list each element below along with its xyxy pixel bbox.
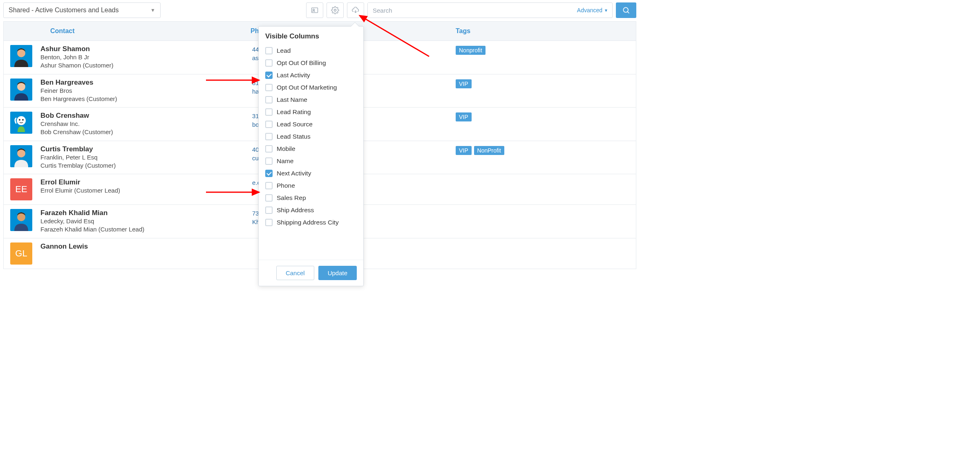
column-option[interactable]: Phone bbox=[265, 180, 357, 192]
tags-cell bbox=[456, 209, 629, 210]
contact-cell: Curtis Tremblay Franklin, Peter L Esq Cu… bbox=[40, 145, 244, 170]
column-option[interactable]: Sales Rep bbox=[265, 192, 357, 204]
contact-name: Curtis Tremblay bbox=[40, 145, 244, 153]
contact-sub1: Ledecky, David Esq bbox=[40, 217, 244, 225]
column-option-label: Mobile bbox=[277, 145, 295, 153]
checkbox[interactable] bbox=[265, 157, 273, 165]
avatar bbox=[10, 79, 32, 101]
column-option-label: Name bbox=[277, 157, 293, 165]
view-selector[interactable]: Shared - Active Customers and Leads ▼ bbox=[3, 2, 161, 18]
gear-icon bbox=[331, 6, 339, 14]
checkbox-checked[interactable] bbox=[265, 170, 273, 177]
column-option-label: Lead Rating bbox=[277, 108, 311, 116]
contact-cell: Ben Hargreaves Feiner Bros Ben Hargreave… bbox=[40, 79, 244, 103]
column-option-label: Sales Rep bbox=[277, 194, 306, 202]
column-option[interactable]: Lead bbox=[265, 45, 357, 57]
svg-point-2 bbox=[334, 9, 336, 11]
export-button[interactable] bbox=[347, 2, 364, 18]
tags-cell: VIPNonProfit bbox=[456, 145, 629, 155]
avatar bbox=[10, 209, 32, 231]
visible-columns-popover: Visible Columns Lead Opt Out Of Billing … bbox=[258, 26, 364, 269]
column-option[interactable]: Lead Status bbox=[265, 130, 357, 143]
tag-badge: VIP bbox=[456, 79, 472, 88]
contact-name: Farazeh Khalid Mian bbox=[40, 209, 244, 217]
cloud-download-icon bbox=[351, 6, 360, 14]
card-view-button[interactable] bbox=[306, 2, 323, 18]
contact-cell: Bob Crenshaw Crenshaw Inc. Bob Crenshaw … bbox=[40, 112, 244, 137]
popover-body: Lead Opt Out Of Billing Last Activity Op… bbox=[259, 45, 363, 260]
checkbox[interactable] bbox=[265, 133, 273, 140]
chevron-down-icon: ▼ bbox=[604, 8, 608, 13]
tags-cell bbox=[456, 178, 629, 179]
checkbox[interactable] bbox=[265, 219, 273, 226]
search-input[interactable] bbox=[368, 3, 573, 18]
column-option[interactable]: Lead Rating bbox=[265, 106, 357, 118]
chevron-down-icon: ▼ bbox=[150, 7, 155, 13]
contact-cell: Farazeh Khalid Mian Ledecky, David Esq F… bbox=[40, 209, 244, 234]
contact-sub2: Curtis Tremblay (Customer) bbox=[40, 162, 244, 170]
svg-point-9 bbox=[17, 116, 26, 125]
contact-sub2: Ashur Shamon (Customer) bbox=[40, 61, 244, 70]
column-option[interactable]: Last Name bbox=[265, 94, 357, 106]
checkbox[interactable] bbox=[265, 47, 273, 54]
checkbox[interactable] bbox=[265, 84, 273, 91]
column-option-label: Last Activity bbox=[277, 72, 310, 79]
avatar: GL bbox=[10, 242, 32, 265]
avatar bbox=[10, 112, 32, 134]
contact-sub1: Crenshaw Inc. bbox=[40, 120, 244, 128]
contact-name: Ben Hargreaves bbox=[40, 79, 244, 87]
cancel-button[interactable]: Cancel bbox=[276, 266, 314, 269]
column-option-label: Opt Out Of Billing bbox=[277, 59, 326, 67]
column-option-label: Ship Address bbox=[277, 207, 314, 214]
tag-badge: VIP bbox=[456, 146, 472, 155]
search-icon bbox=[622, 6, 630, 14]
settings-button[interactable] bbox=[327, 2, 344, 18]
search-button[interactable] bbox=[616, 2, 636, 18]
column-option[interactable]: Lead Source bbox=[265, 118, 357, 130]
column-option[interactable]: Next Activity bbox=[265, 167, 357, 180]
column-option[interactable]: Shipping Address City bbox=[265, 216, 357, 229]
checkbox[interactable] bbox=[265, 182, 273, 189]
column-option[interactable]: Mobile bbox=[265, 143, 357, 155]
contact-card-icon bbox=[311, 6, 319, 14]
checkbox-checked[interactable] bbox=[265, 72, 273, 79]
tag-badge: NonProfit bbox=[474, 146, 504, 155]
column-header-tags[interactable]: Tags bbox=[449, 22, 636, 40]
view-selector-label: Shared - Active Customers and Leads bbox=[9, 7, 119, 14]
column-option-label: Lead Source bbox=[277, 121, 313, 128]
checkbox[interactable] bbox=[265, 207, 273, 214]
update-button[interactable]: Update bbox=[318, 266, 357, 269]
advanced-search-link[interactable]: Advanced ▼ bbox=[573, 7, 612, 13]
search-container: Advanced ▼ bbox=[367, 2, 613, 18]
column-option[interactable]: Last Activity bbox=[265, 69, 357, 81]
checkbox[interactable] bbox=[265, 108, 273, 116]
tags-cell bbox=[456, 242, 629, 243]
checkbox[interactable] bbox=[265, 145, 273, 153]
column-option[interactable]: Name bbox=[265, 155, 357, 167]
column-option-label: Opt Out Of Marketing bbox=[277, 84, 337, 91]
column-option-label: Shipping Address City bbox=[277, 219, 339, 226]
contact-name: Gannon Lewis bbox=[40, 242, 244, 251]
contact-sub2: Bob Crenshaw (Customer) bbox=[40, 128, 244, 136]
contact-sub1: Benton, John B Jr bbox=[40, 53, 244, 61]
column-option[interactable]: Ship Address bbox=[265, 204, 357, 216]
avatar bbox=[10, 145, 32, 167]
svg-point-1 bbox=[313, 9, 315, 11]
checkbox[interactable] bbox=[265, 96, 273, 103]
contact-name: Errol Elumir bbox=[40, 178, 244, 186]
checkbox[interactable] bbox=[265, 121, 273, 128]
tag-badge: VIP bbox=[456, 112, 472, 121]
contact-name: Bob Crenshaw bbox=[40, 112, 244, 120]
contact-name: Ashur Shamon bbox=[40, 45, 244, 53]
column-option[interactable]: Opt Out Of Billing bbox=[265, 57, 357, 69]
avatar: EE bbox=[10, 178, 32, 200]
tags-cell: VIP bbox=[456, 112, 629, 121]
checkbox[interactable] bbox=[265, 59, 273, 67]
tags-cell: Nonprofit bbox=[456, 45, 629, 55]
column-header-contact[interactable]: Contact bbox=[4, 22, 244, 40]
column-option[interactable]: Opt Out Of Marketing bbox=[265, 81, 357, 94]
column-option-label: Last Name bbox=[277, 96, 307, 103]
checkbox[interactable] bbox=[265, 194, 273, 202]
contact-cell: Gannon Lewis bbox=[40, 242, 244, 251]
tags-cell: VIP bbox=[456, 79, 629, 88]
